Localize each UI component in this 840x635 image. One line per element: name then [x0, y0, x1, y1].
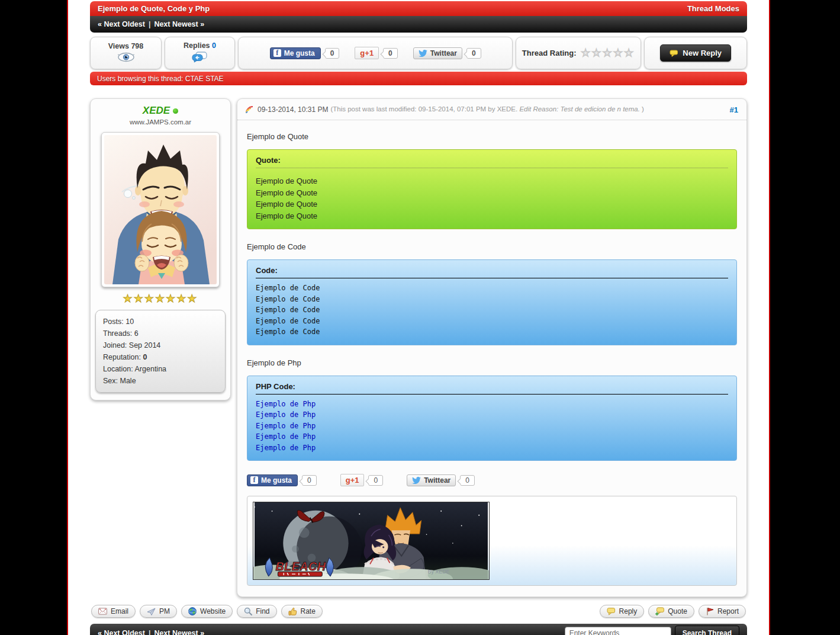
edit-reason: Edit Reason: Test de edicion de n tema.	[519, 105, 640, 113]
php-line: Ejemplo de Php	[256, 431, 728, 442]
thread-stats-row: Views 798 Replies 0 fMe gusta 0 g+1 0	[90, 37, 747, 69]
facebook-f-icon: f	[250, 476, 258, 484]
author-star-rating: ★★★★★★★	[95, 292, 226, 305]
top-nav-bar: « Next Oldest|Next Newest »	[90, 16, 747, 33]
social-share-box: fMe gusta 0 g+1 0 Twittear 0	[238, 37, 513, 69]
post-date: 09-13-2014, 10:31 PM	[258, 105, 328, 114]
magnifier-icon	[244, 607, 252, 615]
speech-bubbles-icon	[192, 52, 208, 65]
twitter-bird-icon	[412, 477, 421, 484]
php-box-header: PHP Code:	[256, 382, 728, 395]
stat-reputation: Reputation: 0	[103, 351, 218, 363]
email-button[interactable]: Email	[91, 605, 136, 618]
author-website-link[interactable]: www.JAMPS.com.ar	[95, 118, 226, 126]
signature-banner-image: BLEACH By XEDE	[253, 502, 490, 580]
code-box-header: Code:	[256, 266, 728, 278]
code-line: Ejemplo de Code	[256, 283, 728, 294]
thread-rating-box: Thread Rating: ★★★★★	[516, 37, 641, 69]
post-text-quote: Ejemplo de Quote	[247, 132, 737, 141]
tweet-count: 0	[460, 475, 475, 486]
author-stats-box: Posts: 10 Threads: 6 Joined: Sep 2014 Re…	[95, 310, 226, 393]
tweet-button[interactable]: Twittear	[407, 474, 456, 486]
envelope-icon	[98, 608, 107, 615]
post-toolbar: Email PM Website Find Rate Reply Quote	[90, 605, 747, 618]
quote-line: Ejemplo de Quote	[256, 187, 728, 199]
website-button[interactable]: Website	[181, 605, 233, 618]
code-line: Ejemplo de Code	[256, 294, 728, 305]
php-line: Ejemplo de Php	[256, 442, 728, 454]
facebook-f-icon: f	[273, 49, 281, 57]
replies-value: 0	[212, 41, 216, 50]
svg-text:BLEACH: BLEACH	[275, 560, 326, 573]
post-number-link[interactable]: #1	[730, 105, 738, 114]
next-oldest-link[interactable]: « Next Oldest	[98, 20, 145, 28]
php-line: Ejemplo de Php	[256, 399, 728, 410]
post-social-row: fMe gusta 0 g+1 0 Twittear 0	[247, 474, 737, 486]
quote-line: Ejemplo de Quote	[256, 210, 728, 222]
replies-label: Replies	[184, 41, 210, 50]
post-modified: (This post was last modified: 09-15-2014…	[330, 105, 644, 113]
tweet-button[interactable]: Twittear	[413, 47, 462, 59]
thumbs-up-icon	[288, 607, 297, 615]
thread-rating-stars[interactable]: ★★★★★	[581, 47, 635, 59]
post-text-php: Ejemplo de Php	[247, 358, 737, 367]
next-oldest-link[interactable]: « Next Oldest	[98, 629, 145, 635]
facebook-like-button[interactable]: fMe gusta	[270, 47, 321, 59]
page-wrapper: Ejemplo de Quote, Code y Php Thread Mode…	[67, 0, 770, 635]
next-newest-link[interactable]: Next Newest »	[154, 20, 204, 28]
gplus-count: 0	[368, 475, 383, 486]
post-text-code: Ejemplo de Code	[247, 242, 737, 251]
php-line: Ejemplo de Php	[256, 421, 728, 432]
code-line: Ejemplo de Code	[256, 326, 728, 338]
views-box: Views 798	[90, 37, 162, 69]
reply-button[interactable]: Reply	[600, 605, 645, 618]
thread-modes-link[interactable]: Thread Modes	[687, 4, 739, 13]
code-line: Ejemplo de Code	[256, 304, 728, 316]
twitter-bird-icon	[419, 50, 427, 57]
views-label: Views	[108, 42, 129, 50]
facebook-like-count: 0	[302, 475, 317, 486]
pm-button[interactable]: PM	[140, 605, 177, 618]
code-line: Ejemplo de Code	[256, 316, 728, 327]
quote-box-header: Quote:	[256, 156, 728, 168]
stat-sex: Sex: Male	[103, 375, 218, 387]
signature-credit: By XEDE	[428, 569, 450, 575]
quote-button[interactable]: Quote	[648, 605, 694, 618]
new-reply-button[interactable]: New Reply	[660, 44, 731, 62]
php-box: PHP Code: Ejemplo de Php Ejemplo de Php …	[247, 376, 737, 461]
stat-posts: Posts: 10	[103, 316, 218, 328]
gplus-count: 0	[383, 48, 398, 59]
quote-line: Ejemplo de Quote	[256, 198, 728, 210]
rate-button[interactable]: Rate	[281, 605, 323, 618]
author-avatar	[101, 132, 220, 287]
author-sidebar: XEDE www.JAMPS.com.ar	[90, 98, 231, 400]
search-thread-button[interactable]: Search Thread	[675, 626, 739, 635]
users-browsing-bar: Users browsing this thread: CTAE STAE	[90, 72, 747, 85]
next-newest-link[interactable]: Next Newest »	[154, 629, 204, 635]
quote-line: Ejemplo de Quote	[256, 175, 728, 187]
thread-title-bar: Ejemplo de Quote, Code y Php Thread Mode…	[90, 1, 747, 16]
gplus-button[interactable]: g+1	[340, 474, 365, 486]
gplus-button[interactable]: g+1	[355, 47, 379, 59]
users-browsing-text: Users browsing this thread: CTAE STAE	[97, 75, 224, 83]
signature-box: BLEACH By XEDE	[247, 496, 737, 586]
quote-box: Quote: Ejemplo de Quote Ejemplo de Quote…	[247, 149, 737, 229]
globe-icon	[188, 607, 197, 615]
facebook-like-button[interactable]: fMe gusta	[247, 474, 298, 486]
nav-separator: |	[149, 20, 151, 28]
stat-location: Location: Argentina	[103, 363, 218, 375]
paper-plane-icon	[147, 608, 156, 615]
replies-box: Replies 0	[165, 37, 235, 69]
author-username-link[interactable]: XEDE	[143, 105, 170, 116]
code-box: Code: Ejemplo de Code Ejemplo de Code Ej…	[247, 259, 737, 345]
thread-rating-label: Thread Rating:	[522, 49, 577, 57]
stat-joined: Joined: Sep 2014	[103, 339, 218, 351]
post-header: 09-13-2014, 10:31 PM (This post was last…	[237, 99, 746, 120]
flag-icon	[706, 607, 714, 615]
nav-separator: |	[149, 629, 151, 635]
search-input[interactable]	[565, 627, 671, 635]
find-button[interactable]: Find	[237, 605, 276, 618]
report-button[interactable]: Report	[699, 605, 746, 618]
thread-title: Ejemplo de Quote, Code y Php	[98, 4, 210, 13]
views-value: 798	[131, 42, 143, 50]
